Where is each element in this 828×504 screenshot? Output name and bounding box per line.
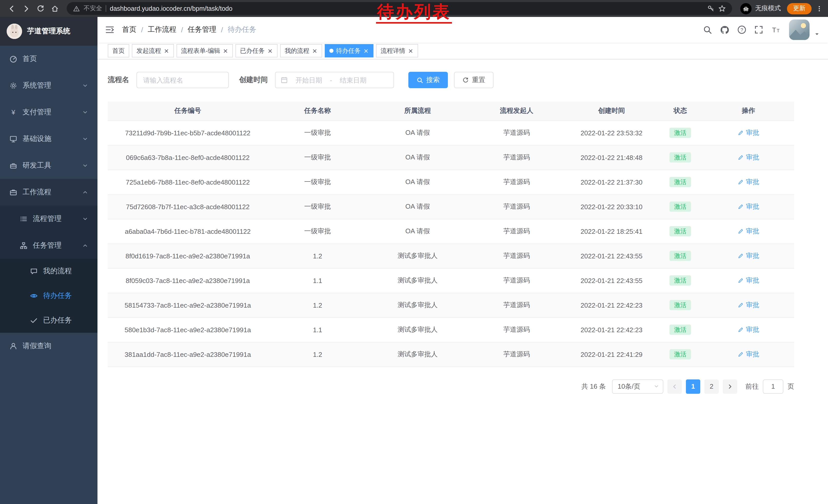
approve-link[interactable]: 审批 xyxy=(738,276,759,285)
search-icon[interactable] xyxy=(703,25,712,34)
filter-bar: 流程名 创建时间 - xyxy=(108,72,794,88)
reload-icon[interactable] xyxy=(34,2,47,15)
breadcrumb-item[interactable]: 任务管理 xyxy=(188,25,216,34)
sidebar-item-workflow[interactable]: 工作流程 xyxy=(0,179,97,205)
approve-link[interactable]: 审批 xyxy=(738,251,759,261)
sidebar-item-payment[interactable]: ¥ 支付管理 xyxy=(0,99,97,126)
task-name: 1.2 xyxy=(268,342,367,367)
close-icon[interactable] xyxy=(164,48,169,54)
approve-link[interactable]: 审批 xyxy=(738,128,759,137)
goto-page-input[interactable] xyxy=(763,379,783,394)
sidebar-item-devtools[interactable]: 研发工具 xyxy=(0,152,97,179)
font-size-icon[interactable]: TT xyxy=(771,25,781,34)
briefcase-icon xyxy=(9,188,17,196)
sidebar-item-leave-query[interactable]: 请假查询 xyxy=(0,333,97,359)
github-icon[interactable] xyxy=(720,25,730,35)
task-name: 一级审批 xyxy=(268,145,367,170)
sidebar-item-my-process[interactable]: 我的流程 xyxy=(0,259,97,283)
approve-link[interactable]: 审批 xyxy=(738,350,759,359)
search-button[interactable]: 搜索 xyxy=(408,72,448,88)
sidebar-item-system[interactable]: 系统管理 xyxy=(0,72,97,99)
task-id: 069c6a63-7b8a-11ec-8ef0-acde48001122 xyxy=(108,145,268,170)
table-row: 580e1b3d-7ac8-11ec-a9e2-a2380e71991a 1.1… xyxy=(108,317,794,342)
status-badge: 激活 xyxy=(669,275,691,286)
caret-down-icon[interactable] xyxy=(814,31,820,37)
end-date-input[interactable] xyxy=(334,76,372,84)
close-icon[interactable] xyxy=(408,48,413,54)
status-badge: 激活 xyxy=(669,152,691,163)
tab-todo-tasks[interactable]: 待办任务 xyxy=(325,44,373,57)
col-process: 所属流程 xyxy=(367,101,468,121)
help-icon[interactable]: ? xyxy=(737,25,746,34)
close-icon[interactable] xyxy=(312,48,318,54)
next-page-button[interactable] xyxy=(723,379,737,394)
back-icon[interactable] xyxy=(5,2,18,15)
sidebar-item-todo-tasks[interactable]: 待办任务 xyxy=(0,283,97,308)
sidebar-item-infrastructure[interactable]: 基础设施 xyxy=(0,126,97,152)
approve-link[interactable]: 审批 xyxy=(738,325,759,334)
approve-link[interactable]: 审批 xyxy=(738,227,759,236)
date-range-picker[interactable]: - xyxy=(275,72,394,88)
tab-form-edit[interactable]: 流程表单-编辑 xyxy=(176,44,233,57)
task-id: 75d72608-7b7f-11ec-a3c8-acde48001122 xyxy=(108,194,268,219)
goto-label: 前往 xyxy=(745,382,759,391)
page-button-2[interactable]: 2 xyxy=(704,379,719,394)
approve-link[interactable]: 审批 xyxy=(738,153,759,162)
tab-my-process[interactable]: 我的流程 xyxy=(280,44,322,57)
sidebar-item-home[interactable]: 首页 xyxy=(0,46,97,72)
task-initiator: 芋道源码 xyxy=(468,293,565,317)
sidebar-toggle-icon[interactable] xyxy=(105,25,115,35)
browser-menu-icon[interactable] xyxy=(816,4,823,12)
page-button-1[interactable]: 1 xyxy=(686,379,700,394)
fullscreen-icon[interactable] xyxy=(754,25,763,34)
prev-page-button[interactable] xyxy=(667,379,682,394)
sidebar-item-done-tasks[interactable]: 已办任务 xyxy=(0,308,97,333)
task-name: 1.1 xyxy=(268,317,367,342)
logo[interactable]: 芋道管理系统 xyxy=(0,17,97,46)
page-size-select[interactable]: 10条/页 xyxy=(612,379,663,394)
approve-link[interactable]: 审批 xyxy=(738,177,759,187)
close-icon[interactable] xyxy=(267,48,273,54)
task-initiator: 芋道源码 xyxy=(468,145,565,170)
table-row: 58154733-7ac8-11ec-a9e2-a2380e71991a 1.2… xyxy=(108,293,794,317)
status-badge: 激活 xyxy=(669,251,691,261)
task-time: 2022-01-22 23:53:32 xyxy=(565,121,658,145)
close-icon[interactable] xyxy=(223,48,228,54)
approve-link[interactable]: 审批 xyxy=(738,301,759,310)
status-badge: 激活 xyxy=(669,226,691,236)
approve-link[interactable]: 审批 xyxy=(738,202,759,211)
task-initiator: 芋道源码 xyxy=(468,121,565,145)
user-avatar[interactable] xyxy=(789,19,810,40)
tab-done-tasks[interactable]: 已办任务 xyxy=(236,44,278,57)
tab-start-process[interactable]: 发起流程 xyxy=(132,44,174,57)
svg-text:T: T xyxy=(777,28,780,33)
sidebar-item-task-mgmt[interactable]: 任务管理 xyxy=(0,232,97,259)
bookmark-star-icon[interactable] xyxy=(718,5,726,12)
breadcrumb-item[interactable]: 工作流程 xyxy=(148,25,176,34)
breadcrumb-separator: / xyxy=(181,26,183,34)
close-icon[interactable] xyxy=(363,48,369,54)
start-date-input[interactable] xyxy=(290,76,328,84)
task-time: 2022-01-22 18:25:41 xyxy=(565,219,658,243)
sidebar-item-process-mgmt[interactable]: 流程管理 xyxy=(0,205,97,232)
task-name: 一级审批 xyxy=(268,170,367,194)
tree-icon xyxy=(19,241,28,250)
table-row: 8f059c03-7ac8-11ec-a9e2-a2380e71991a 1.1… xyxy=(108,268,794,293)
password-key-icon[interactable] xyxy=(707,5,715,12)
pagination: 共 16 条 10条/页 1 2 xyxy=(108,379,794,394)
update-button[interactable]: 更新 xyxy=(787,3,812,14)
task-process: OA 请假 xyxy=(367,170,468,194)
breadcrumb-item[interactable]: 首页 xyxy=(122,25,136,34)
reset-button[interactable]: 重置 xyxy=(454,72,494,88)
tab-process-detail[interactable]: 流程详情 xyxy=(376,44,418,57)
forward-icon[interactable] xyxy=(19,2,33,15)
status-badge: 激活 xyxy=(669,128,691,138)
task-time: 2022-01-21 22:42:23 xyxy=(565,293,658,317)
table-row: 75d72608-7b7f-11ec-a3c8-acde48001122 一级审… xyxy=(108,194,794,219)
tab-home[interactable]: 首页 xyxy=(108,44,129,57)
process-name-input[interactable] xyxy=(136,72,229,88)
tasks-table: 任务编号 任务名称 所属流程 流程发起人 创建时间 状态 操作 xyxy=(108,101,794,367)
home-icon[interactable] xyxy=(48,2,61,15)
table-row: 73211d9d-7b9b-11ec-b5b7-acde48001122 一级审… xyxy=(108,121,794,145)
chevron-up-icon xyxy=(82,242,88,249)
